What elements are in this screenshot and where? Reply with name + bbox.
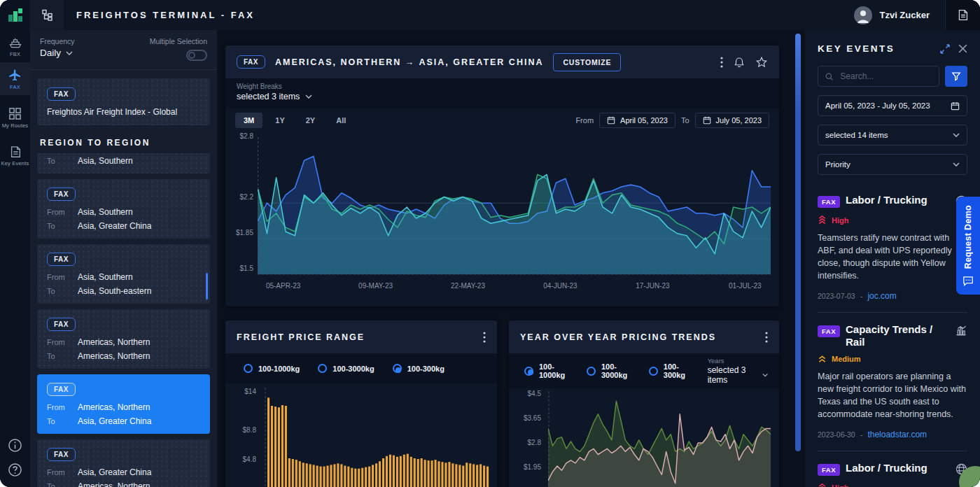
x-tick: 05-APR-23 xyxy=(266,282,300,290)
route-card[interactable]: FAX FromAsia, Greater China ToAmericas, … xyxy=(37,439,210,487)
y-tick: $3.65 xyxy=(517,414,541,422)
radio-100-1000kg[interactable]: 100-1000kg xyxy=(244,364,300,373)
from-label: From xyxy=(47,207,78,217)
avatar xyxy=(854,6,872,24)
event-text: Major rail operators are planning a new … xyxy=(818,370,967,421)
route-from: Asia, Greater China xyxy=(78,467,151,477)
range-button-all[interactable]: All xyxy=(328,113,354,128)
radio-100-300kg[interactable]: 100-300kg xyxy=(649,362,692,379)
bar-chart-svg xyxy=(265,383,490,487)
to-date-picker[interactable]: July 05, 2023 xyxy=(695,113,769,128)
y-tick: $1.85 xyxy=(230,229,253,237)
nav-item-fbx[interactable]: FBX xyxy=(0,30,30,62)
request-demo-button[interactable]: Request Demo xyxy=(956,197,980,295)
global-index-card[interactable]: FAX Freightos Air Freight Index - Global xyxy=(37,78,210,125)
customize-button[interactable]: CUSTOMIZE xyxy=(553,53,621,71)
time-range-row: 3M 1Y 2Y All From April 05, 2023 To July… xyxy=(225,108,779,132)
help-icon[interactable] xyxy=(8,463,22,477)
y-tick: $4.8 xyxy=(234,456,256,463)
chevron-down-icon xyxy=(762,373,768,377)
route-to: Americas, Northern xyxy=(78,481,150,487)
freightos-logo[interactable] xyxy=(0,0,30,30)
priority-select[interactable]: Priority xyxy=(818,154,967,175)
kebab-icon xyxy=(720,57,723,68)
calendar-icon xyxy=(951,101,960,111)
freight-price-bar-chart[interactable] xyxy=(265,383,490,487)
x-axis-labels: 05-APR-23 09-MAY-23 22-MAY-23 04-JUN-23 … xyxy=(258,282,771,293)
user-menu[interactable]: Tzvi Zucker xyxy=(854,6,930,24)
range-button-2y[interactable]: 2Y xyxy=(298,113,323,128)
radio-100-3000kg[interactable]: 100-3000kg xyxy=(318,364,374,373)
report-button[interactable] xyxy=(945,0,980,30)
close-icon[interactable] xyxy=(958,44,967,53)
event-card[interactable]: FAX Capacity Trends / Rail Medium Major … xyxy=(818,313,967,451)
y-tick: $1.5 xyxy=(230,264,253,272)
freight-price-range-panel: FREIGHT PRICE RANGE 100-1000kg 100-3000k… xyxy=(225,320,497,487)
radio-label: 100-1000kg xyxy=(539,362,571,379)
info-icon[interactable] xyxy=(8,438,22,453)
document-icon xyxy=(957,9,969,21)
expand-icon[interactable] xyxy=(940,44,950,54)
years-select[interactable]: Years selected 3 items xyxy=(708,357,768,385)
date-range-field[interactable]: April 05, 2023 - July 05, 2023 xyxy=(818,95,967,116)
panel-scrollbar[interactable] xyxy=(795,34,801,451)
panel-menu-button[interactable] xyxy=(720,57,723,68)
categories-select[interactable]: selected 14 items xyxy=(818,125,967,146)
chat-icon xyxy=(962,276,974,286)
route-card[interactable]: FAX FromAsia, Southern ToAsia, Greater C… xyxy=(37,179,210,239)
route-card-selected[interactable]: FAX FromAmericas, Northern ToAsia, Great… xyxy=(37,374,210,434)
from-date-picker[interactable]: April 05, 2023 xyxy=(599,113,676,128)
panel-menu-button[interactable] xyxy=(483,332,486,343)
search-input[interactable] xyxy=(839,71,932,82)
yoy-line-chart[interactable] xyxy=(548,388,771,487)
routes-scrollbar[interactable] xyxy=(206,273,208,299)
nav-item-my-routes[interactable]: My Routes xyxy=(0,101,30,134)
range-button-1y[interactable]: 1Y xyxy=(267,113,293,128)
event-card[interactable]: FAX Labor / Trucking High Teamsters rati… xyxy=(818,183,967,313)
range-button-3m[interactable]: 3M xyxy=(235,113,262,128)
route-card[interactable]: FAX FromAmericas, Northern ToAmericas, N… xyxy=(37,309,210,369)
event-source-link[interactable]: joc.com xyxy=(867,291,896,301)
panel-menu-button[interactable] xyxy=(765,332,768,343)
weight-breaks-value: selected 3 items xyxy=(237,92,300,101)
event-card[interactable]: FAX Labor / Trucking High xyxy=(818,451,967,487)
fax-badge: FAX xyxy=(47,383,76,396)
route-card-partial[interactable]: FAX From ToAsia, Southern xyxy=(37,153,210,174)
x-tick: 01-JUL-23 xyxy=(729,282,762,290)
filter-button[interactable] xyxy=(945,66,967,87)
yoy-chart-svg xyxy=(548,388,771,487)
from-date-value: April 05, 2023 xyxy=(620,116,668,125)
nav-item-fax[interactable]: FAX xyxy=(0,62,30,95)
to-label: To xyxy=(47,481,78,487)
nav-item-key-events[interactable]: Key Events xyxy=(0,139,30,171)
radio-label: 100-300kg xyxy=(407,365,444,373)
apps-menu-button[interactable] xyxy=(30,0,64,30)
top-bar: FREIGHTOS TERMINAL - FAX Tzvi Zucker xyxy=(0,0,980,30)
route-card[interactable]: FAX FromAsia, Southern ToAsia, South-eas… xyxy=(37,244,210,304)
route-from: Asia, Southern xyxy=(78,207,133,217)
dash: - xyxy=(860,292,863,300)
frequency-select[interactable]: Daily xyxy=(40,48,75,58)
radio-100-300kg[interactable]: 100-300kg xyxy=(393,364,444,373)
alerts-button[interactable] xyxy=(733,56,746,69)
x-tick: 17-JUN-23 xyxy=(636,282,669,290)
y-tick: $2.2 xyxy=(230,193,253,201)
radio-icon xyxy=(393,364,402,373)
radio-100-1000kg[interactable]: 100-1000kg xyxy=(524,362,571,379)
grid-icon xyxy=(8,107,22,120)
request-demo-label: Request Demo xyxy=(963,205,973,269)
radio-label: 100-3000kg xyxy=(601,362,634,379)
event-source-link[interactable]: theloadstar.com xyxy=(867,430,927,439)
person-icon xyxy=(854,6,872,24)
nav-rail: FBX FAX My Routes Key Events xyxy=(0,30,30,487)
radio-label: 100-1000kg xyxy=(258,365,300,373)
multiple-selection-toggle[interactable] xyxy=(186,50,207,61)
favorite-button[interactable] xyxy=(755,56,768,69)
main-line-chart[interactable] xyxy=(258,137,771,277)
calendar-icon xyxy=(703,116,711,125)
radio-100-3000kg[interactable]: 100-3000kg xyxy=(587,362,634,379)
years-label: Years xyxy=(708,357,768,365)
ship-icon xyxy=(8,36,22,49)
weight-breaks-select[interactable]: selected 3 items xyxy=(237,92,312,101)
user-name: Tzvi Zucker xyxy=(879,10,930,20)
